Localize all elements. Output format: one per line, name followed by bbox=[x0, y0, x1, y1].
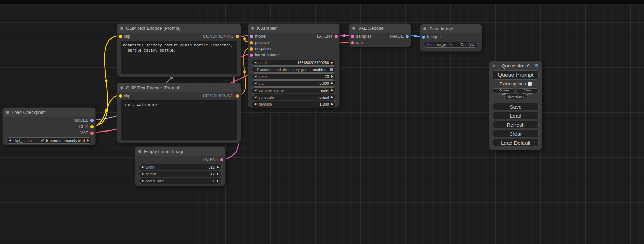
extra-options-checkbox[interactable] bbox=[528, 82, 532, 86]
collapse-dot-icon[interactable] bbox=[120, 27, 123, 30]
slot-dot-latent[interactable] bbox=[250, 54, 253, 57]
widget-ckpt-name[interactable]: ◀ ckpt_name v1-5-pruned-emaonly.ckpt ▶ bbox=[6, 137, 92, 144]
collapse-dot-icon[interactable] bbox=[6, 111, 9, 114]
decrement-arrow-icon[interactable]: ◀ bbox=[9, 139, 11, 142]
increment-arrow-icon[interactable]: ▶ bbox=[331, 61, 333, 64]
node-graph-canvas[interactable]: Load Checkpoint MODEL CLIP VAE bbox=[0, 0, 644, 244]
node-load-checkpoint[interactable]: Load Checkpoint MODEL CLIP VAE bbox=[3, 108, 95, 145]
slot-dot-latent[interactable] bbox=[351, 35, 354, 38]
collapse-dot-icon[interactable] bbox=[138, 150, 141, 153]
slot-dot-model[interactable] bbox=[250, 35, 253, 38]
decrement-arrow-icon[interactable]: ◀ bbox=[254, 61, 256, 64]
decrement-arrow-icon[interactable]: ◀ bbox=[254, 96, 256, 99]
toggle-dot-icon[interactable] bbox=[330, 68, 333, 71]
settings-gear-icon[interactable]: ⚙ bbox=[534, 63, 539, 69]
node-header[interactable]: CLIP Text Encode (Prompt) bbox=[117, 83, 241, 92]
node-empty-latent-image[interactable]: Empty Latent Image LATENT ◀ width 512 ▶ … bbox=[135, 147, 225, 186]
output-slot-conditioning[interactable]: CONDITIONING bbox=[203, 34, 239, 39]
node-header[interactable]: CLIP Text Encode (Prompt) bbox=[117, 24, 241, 33]
slot-dot-conditioning[interactable] bbox=[236, 35, 239, 38]
decrement-arrow-icon[interactable]: ◀ bbox=[141, 180, 143, 182]
slot-dot-clip[interactable] bbox=[119, 94, 122, 98]
decrement-arrow-icon[interactable]: ◀ bbox=[254, 75, 256, 78]
collapse-dot-icon[interactable] bbox=[352, 27, 355, 30]
decrement-arrow-icon[interactable]: ◀ bbox=[254, 82, 256, 85]
collapse-dot-icon[interactable] bbox=[423, 27, 426, 30]
input-slot-vae[interactable]: vae bbox=[351, 40, 363, 45]
decrement-arrow-icon[interactable]: ◀ bbox=[141, 166, 143, 169]
increment-arrow-icon[interactable]: ▶ bbox=[331, 89, 333, 92]
slot-dot-image[interactable] bbox=[406, 35, 409, 38]
node-header[interactable]: KSampler bbox=[248, 24, 339, 33]
node-vae-decode[interactable]: VAE Decode samples IMAGE vae bbox=[349, 24, 411, 47]
slot-dot-clip[interactable] bbox=[90, 125, 94, 128]
node-header[interactable]: Load Checkpoint bbox=[3, 108, 95, 117]
queue-prompt-button[interactable]: Queue Prompt bbox=[493, 70, 539, 80]
refresh-button[interactable]: Refresh bbox=[493, 121, 539, 128]
output-slot-conditioning[interactable]: CONDITIONING bbox=[203, 93, 239, 98]
node-header[interactable]: Empty Latent Image bbox=[135, 147, 225, 156]
increment-arrow-icon[interactable]: ▶ bbox=[217, 180, 219, 182]
input-slot-positive[interactable]: positive bbox=[250, 40, 269, 45]
node-clip-text-encode-negative[interactable]: CLIP Text Encode (Prompt) clip CONDITION… bbox=[117, 83, 241, 143]
node-header[interactable]: Save Image bbox=[420, 24, 482, 33]
output-slot-clip[interactable]: CLIP bbox=[79, 124, 94, 129]
input-slot-images[interactable]: images bbox=[422, 35, 441, 39]
output-slot-model[interactable]: MODEL bbox=[73, 118, 94, 123]
increment-arrow-icon[interactable]: ▶ bbox=[331, 75, 333, 78]
queue-front-button[interactable]: Queue Front bbox=[493, 88, 515, 93]
output-slot-image[interactable]: IMAGE bbox=[390, 34, 409, 39]
view-queue-button[interactable]: View Queue bbox=[517, 88, 539, 93]
widget-seed[interactable]: ◀ seed 156680208700286 ▶ bbox=[252, 60, 336, 66]
widget-cfg[interactable]: ◀ cfg 8.000 ▶ bbox=[252, 80, 336, 87]
load-default-button[interactable]: Load Default bbox=[493, 139, 539, 146]
decrement-arrow-icon[interactable]: ◀ bbox=[141, 173, 143, 175]
slot-dot-vae[interactable] bbox=[90, 132, 94, 135]
output-slot-latent[interactable]: LATENT bbox=[203, 157, 223, 162]
slot-dot-conditioning[interactable] bbox=[250, 47, 253, 51]
slot-dot-conditioning[interactable] bbox=[250, 41, 253, 44]
widget-filename-prefix[interactable]: filename_prefix ComfyUI bbox=[424, 42, 478, 48]
input-slot-negative[interactable]: negative bbox=[250, 46, 271, 51]
increment-arrow-icon[interactable]: ▶ bbox=[331, 96, 333, 99]
clear-button[interactable]: Clear bbox=[493, 130, 539, 137]
load-button[interactable]: Load bbox=[493, 112, 539, 119]
slot-dot-latent[interactable] bbox=[220, 158, 223, 161]
node-header[interactable]: VAE Decode bbox=[349, 24, 411, 33]
node-save-image[interactable]: Save Image images filename_prefix ComfyU… bbox=[420, 24, 482, 51]
increment-arrow-icon[interactable]: ▶ bbox=[87, 139, 89, 142]
slot-dot-clip[interactable] bbox=[119, 35, 122, 38]
widget-steps[interactable]: ◀ steps 20 ▶ bbox=[252, 73, 336, 80]
widget-height[interactable]: ◀ height 512 ▶ bbox=[139, 171, 222, 177]
decrement-arrow-icon[interactable]: ◀ bbox=[254, 103, 256, 106]
increment-arrow-icon[interactable]: ▶ bbox=[217, 166, 219, 169]
increment-arrow-icon[interactable]: ▶ bbox=[331, 103, 333, 106]
node-ksampler[interactable]: KSampler model LATENT positive bbox=[248, 24, 339, 107]
drag-handle-icon[interactable]: ⠿ bbox=[493, 63, 496, 68]
increment-arrow-icon[interactable]: ▶ bbox=[331, 82, 333, 85]
output-slot-latent[interactable]: LATENT bbox=[317, 34, 338, 39]
widget-batch-size[interactable]: ◀ batch_size 1 ▶ bbox=[139, 178, 222, 184]
prompt-textarea[interactable]: text, watermark bbox=[121, 100, 237, 140]
save-button[interactable]: Save bbox=[493, 103, 539, 110]
prompt-textarea[interactable]: beautiful scenery nature glass bottle la… bbox=[121, 41, 237, 74]
widget-width[interactable]: ◀ width 512 ▶ bbox=[139, 164, 222, 170]
widget-sampler-name[interactable]: ◀ sampler_name euler ▶ bbox=[252, 87, 336, 93]
input-slot-model[interactable]: model bbox=[250, 34, 266, 39]
widget-denoise[interactable]: ◀ denoise 1.000 ▶ bbox=[252, 101, 336, 107]
output-slot-vae[interactable]: VAE bbox=[80, 130, 94, 135]
collapse-dot-icon[interactable] bbox=[120, 86, 123, 89]
decrement-arrow-icon[interactable]: ◀ bbox=[254, 89, 256, 92]
widget-scheduler[interactable]: ◀ scheduler normal ▶ bbox=[252, 94, 336, 100]
input-slot-latent-image[interactable]: latent_image bbox=[250, 53, 279, 57]
slot-dot-conditioning[interactable] bbox=[236, 94, 239, 98]
widget-random-seed[interactable]: Random seed after every gen enabled bbox=[252, 66, 336, 73]
slot-dot-latent[interactable] bbox=[335, 35, 338, 38]
input-slot-samples[interactable]: samples bbox=[351, 34, 372, 39]
node-clip-text-encode-positive[interactable]: CLIP Text Encode (Prompt) clip CONDITION… bbox=[117, 24, 241, 77]
increment-arrow-icon[interactable]: ▶ bbox=[217, 173, 219, 175]
input-slot-clip[interactable]: clip bbox=[119, 34, 130, 39]
slot-dot-vae[interactable] bbox=[351, 41, 354, 44]
collapse-dot-icon[interactable] bbox=[251, 27, 254, 30]
slot-dot-image[interactable] bbox=[422, 36, 425, 39]
